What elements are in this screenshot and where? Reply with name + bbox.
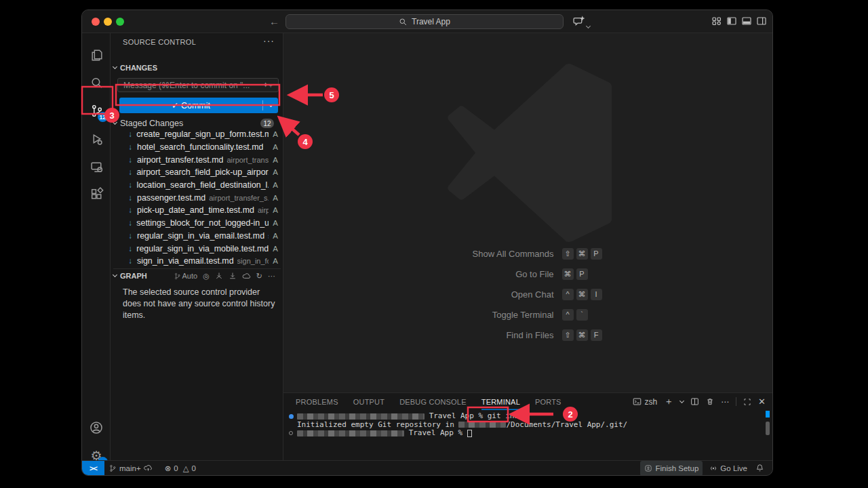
- file-name: airport_search_field_pick-up_airpor...: [136, 167, 269, 177]
- shortcut-keys: ⌘P: [562, 268, 650, 280]
- markdown-file-icon: ↓: [128, 129, 136, 139]
- toggle-primary-sidebar-icon[interactable]: [726, 16, 737, 29]
- chevron-down-icon[interactable]: [587, 18, 590, 30]
- graph-section-header[interactable]: GRAPH Auto ◎ ↻ ⋯: [113, 268, 281, 281]
- scm-file-row[interactable]: ↓ passenger.test.md airport_transfer_s..…: [111, 191, 283, 204]
- commit-message-input[interactable]: Message (⌘Enter to commit on "... ✦₊: [117, 78, 279, 92]
- explorer-icon[interactable]: [82, 41, 111, 68]
- notifications-bell-icon[interactable]: [751, 461, 772, 476]
- sidebar-title: SOURCE CONTROL: [123, 38, 196, 46]
- terminal-scrollbar-thumb[interactable]: [766, 422, 770, 435]
- markdown-file-icon: ↓: [128, 231, 137, 241]
- terminal-scroll-mark: [766, 411, 770, 418]
- panel-more-icon[interactable]: ⋯: [721, 397, 729, 407]
- remote-indicator[interactable]: ><: [82, 461, 104, 476]
- terminal-line-prompt: Travel App %: [283, 429, 763, 438]
- minimize-window-button[interactable]: [104, 18, 112, 26]
- file-path-hint: airport_trans...: [226, 156, 269, 164]
- command-center-search[interactable]: Travel App: [285, 14, 564, 29]
- zoom-window-button[interactable]: [116, 18, 124, 26]
- panel-actions: zsh ＋ ⋯ ✕: [633, 393, 766, 410]
- file-name: hotel_search_functionality.test.md: [137, 142, 263, 152]
- terminal-output[interactable]: Travel App % git init Initialized empty …: [283, 412, 763, 438]
- new-terminal-icon[interactable]: ＋: [664, 396, 673, 408]
- scm-file-row[interactable]: ↓ settings_block_for_not_logged-in_u... …: [111, 217, 283, 230]
- cloud-icon[interactable]: [242, 272, 251, 281]
- git-init-command: git init: [488, 411, 524, 420]
- title-bar: ← → Travel App: [82, 10, 772, 33]
- finish-setup-button[interactable]: Finish Setup: [640, 461, 703, 476]
- git-status-added: A: [269, 181, 278, 189]
- markdown-file-icon: ↓: [128, 244, 136, 253]
- maximize-panel-icon[interactable]: [743, 398, 751, 406]
- panel-tab-problems[interactable]: PROBLEMS: [296, 393, 338, 410]
- sidebar-more-actions-icon[interactable]: ···: [263, 35, 275, 46]
- changes-section-header[interactable]: CHANGES: [113, 64, 157, 72]
- scm-file-row[interactable]: ↓ regular_sign_in_via_email.test.md si..…: [111, 230, 283, 243]
- close-window-button[interactable]: [92, 18, 100, 26]
- run-debug-icon[interactable]: [82, 125, 111, 152]
- panel-tab-terminal[interactable]: TERMINAL: [481, 393, 520, 410]
- warning-icon: △: [183, 464, 189, 473]
- kill-terminal-trash-icon[interactable]: [706, 397, 714, 406]
- panel-tab-ports[interactable]: PORTS: [535, 393, 561, 410]
- terminal-icon: [633, 397, 642, 406]
- go-live-button[interactable]: Go Live: [705, 461, 751, 476]
- scm-file-row[interactable]: ↓ airport_search_field_pick-up_airpor...…: [111, 166, 283, 179]
- search-sidebar-icon[interactable]: [82, 69, 111, 96]
- scm-file-row[interactable]: ↓ pick-up_date_and_time.test.md airp... …: [111, 204, 283, 217]
- git-status-added: A: [269, 168, 278, 176]
- generate-commit-message-icon[interactable]: ✦₊: [262, 81, 273, 89]
- commit-message-placeholder: Message (⌘Enter to commit on "...: [123, 81, 262, 90]
- scm-changes-badge: 12: [98, 112, 108, 122]
- keycap: ⌘: [576, 289, 588, 300]
- copilot-chat-icon[interactable]: [573, 16, 585, 30]
- accounts-icon[interactable]: [82, 414, 111, 441]
- refresh-icon[interactable]: ↻: [256, 272, 262, 281]
- panel-tab-output[interactable]: OUTPUT: [353, 393, 384, 410]
- file-name: airport_transfer.test.md: [137, 155, 223, 165]
- changes-label: CHANGES: [120, 64, 157, 72]
- toggle-panel-icon[interactable]: [741, 16, 752, 29]
- keycap: ^: [562, 289, 574, 300]
- error-count: 0: [174, 464, 178, 472]
- shortcut-label: Go to File: [406, 269, 562, 279]
- scm-file-row[interactable]: ↓ create_regular_sign_up_form.test.md A: [111, 128, 283, 141]
- search-icon: [399, 18, 408, 26]
- source-control-icon[interactable]: 12: [82, 97, 111, 124]
- remote-explorer-icon[interactable]: [82, 153, 111, 180]
- commit-dropdown-icon[interactable]: [263, 105, 278, 106]
- scm-file-row[interactable]: ↓ airport_transfer.test.md airport_trans…: [111, 153, 283, 166]
- editor-watermark-area: Show All Commands ⇧⌘P Go to File ⌘P Open…: [283, 33, 772, 401]
- split-terminal-icon[interactable]: [690, 397, 699, 406]
- toggle-secondary-sidebar-icon[interactable]: [756, 16, 767, 29]
- extensions-icon[interactable]: [82, 180, 111, 207]
- graph-more-icon[interactable]: ⋯: [268, 272, 275, 281]
- graph-label: GRAPH: [120, 272, 147, 280]
- scm-file-row[interactable]: ↓ location_search_field_destination_l...…: [111, 179, 283, 192]
- markdown-file-icon: ↓: [128, 218, 136, 228]
- fetch-icon[interactable]: [215, 272, 223, 280]
- terminal-instance-item[interactable]: zsh: [633, 397, 657, 407]
- graph-auto-toggle[interactable]: Auto: [174, 272, 198, 280]
- panel-tab-debug-console[interactable]: DEBUG CONSOLE: [399, 393, 467, 410]
- file-name: location_search_field_destination_l...: [136, 180, 269, 190]
- branch-status-item[interactable]: main+: [104, 461, 157, 476]
- terminal-dropdown-icon[interactable]: [679, 398, 684, 403]
- staged-count-badge: 12: [260, 119, 274, 128]
- target-icon[interactable]: ◎: [203, 272, 210, 281]
- scm-file-row[interactable]: ↓ regular_sign_in_via_mobile.test.md... …: [111, 242, 283, 255]
- error-icon: ⊗: [165, 464, 172, 473]
- shortcut-keys: ^⌘I: [562, 289, 650, 300]
- back-icon[interactable]: ←: [269, 15, 279, 28]
- shortcut-keys: ^`: [562, 309, 650, 321]
- shortcut-row: Show All Commands ⇧⌘P: [406, 243, 650, 264]
- pull-icon[interactable]: [229, 272, 237, 280]
- close-panel-icon[interactable]: ✕: [758, 396, 766, 407]
- markdown-file-icon: ↓: [128, 167, 136, 177]
- problems-status-item[interactable]: ⊗ 0 △ 0: [161, 461, 200, 476]
- scm-file-row[interactable]: ↓ sign_in_via_email.test.md sign_in_fo..…: [111, 255, 283, 268]
- customize-layout-icon[interactable]: [711, 16, 722, 29]
- scm-file-row[interactable]: ↓ hotel_search_functionality.test.md A: [111, 141, 283, 154]
- commit-button[interactable]: ✓ Commit: [119, 98, 278, 113]
